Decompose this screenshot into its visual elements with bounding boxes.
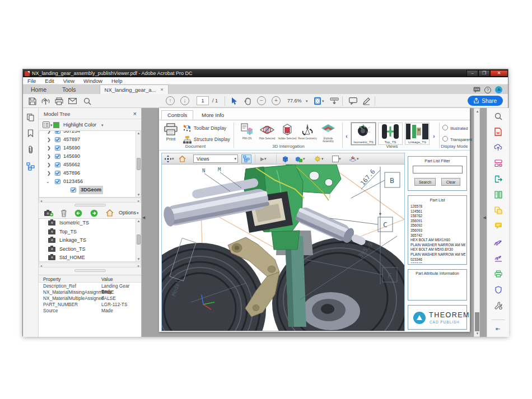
highlight-color-label[interactable]: Highlight Color [63,122,96,128]
print-icon[interactable] [54,96,64,106]
organize-pages-icon[interactable] [493,190,503,199]
pencil-edit-icon[interactable] [361,96,372,106]
share-button[interactable]: Share [468,96,503,106]
email-icon[interactable] [67,96,78,106]
tree-item[interactable]: ❯457897 [39,135,141,144]
viewer-model-tree-toggle-icon[interactable] [241,154,251,163]
close-button[interactable]: ✕ [490,70,508,77]
maximize-button[interactable]: ❐ [478,70,490,77]
radio-transparent-label[interactable]: Transparent [450,137,472,142]
tab-controls[interactable]: Controls [161,110,193,120]
views-vertical-scrollbar[interactable]: ▲▼ [136,219,141,261]
menu-help[interactable]: Help [107,78,127,84]
more-tools-icon[interactable] [493,301,503,310]
tree-item-selected[interactable]: 3DGeom [39,186,141,194]
panel-splitter[interactable] [39,203,141,208]
next-view-icon[interactable] [90,209,98,217]
rotate-tool-icon[interactable]: ▾ [164,154,174,163]
export-pdf-icon[interactable] [493,158,503,168]
toolbar-display-label[interactable]: Toolbar Display [194,125,226,131]
toolbar-display-icon[interactable] [183,124,192,132]
menu-edit[interactable]: Edit [40,78,58,84]
view-thumb-top[interactable]: Top_TS [378,123,403,145]
tree-vertical-scrollbar[interactable]: ▲▼ [136,131,141,197]
tab-document[interactable]: NX_landing_gear_a... × [100,85,169,94]
property-row[interactable]: SourceMade [39,307,141,313]
share-file-icon[interactable] [493,174,503,184]
collapse-left-panel-icon[interactable]: ◀ [142,215,145,220]
view-thumb-isometric[interactable]: Isometric_TS [351,123,376,145]
viewer-home-icon[interactable] [179,154,186,163]
minimize-button[interactable]: – [466,70,478,77]
views-horizontal-scrollbar[interactable]: ◂▸ [39,262,141,267]
3d-model-scene[interactable]: B C F N M 167.6 395.9 Model [162,165,404,331]
cloud-upload-icon[interactable] [40,96,51,106]
scrolling-mode-icon[interactable] [329,96,339,106]
view-row[interactable]: Linkage_TS [39,236,141,245]
lighting-icon[interactable]: ▾ [314,154,324,163]
account-avatar[interactable] [495,86,502,93]
combine-files-icon[interactable] [493,205,503,215]
create-pdf-icon[interactable] [493,127,503,137]
create-view-icon[interactable] [44,209,54,217]
property-row[interactable]: PART_NUMBERLGR-112-TS [39,301,141,307]
view-row[interactable]: Std_HOME [39,254,141,262]
edit-pdf-icon[interactable] [493,143,503,152]
clear-button[interactable]: Clear [441,178,460,186]
page-number-input[interactable]: 1 [197,96,209,105]
play-animation-icon[interactable]: ▶▾ [260,154,266,163]
tree-item[interactable]: ❯145690 [39,144,141,152]
radio-transparent[interactable] [442,136,448,142]
view-thumb-linkage[interactable]: Linkage_TS [405,123,430,145]
close-tab-icon[interactable]: × [160,87,163,92]
view-row[interactable]: Section_TS [39,245,141,254]
isolate-selected-button[interactable]: Isolate Selected [278,123,297,140]
search-icon[interactable] [82,96,92,106]
search-button[interactable]: Search [414,178,436,186]
menu-view[interactable]: View [59,78,79,84]
property-row[interactable]: Description_RefLanding Gear Body [39,283,141,289]
property-row[interactable]: NX_MaterialMultipleAssignedFALSE [39,295,141,301]
menu-window[interactable]: Window [79,78,107,84]
zoom-in-icon[interactable]: + [272,96,281,105]
tree-options-caret-icon[interactable]: ▾ [50,123,53,128]
zoom-level-value[interactable]: 77.6% [287,98,302,104]
title-bar[interactable]: NX_landing_gear_assembly_publishViewer.p… [23,69,508,77]
view-row[interactable]: Top_TS [39,228,141,237]
hand-tool-icon[interactable] [242,96,253,106]
highlight-color-swatch[interactable] [53,122,59,128]
views-options-label[interactable]: Options [119,210,136,215]
menu-file[interactable]: File [23,78,40,84]
document-vertical-scrollbar[interactable]: ▲ ▼ [474,108,480,337]
print-button[interactable]: Print [162,123,179,142]
print-production-icon[interactable] [493,269,503,279]
tree-options-icon[interactable] [43,121,50,128]
search-tools-icon[interactable] [493,111,503,121]
pmi-on-button[interactable]: PMI-ON [237,123,256,140]
fit-page-icon[interactable] [312,96,323,106]
next-page-icon[interactable]: ↓ [180,96,189,105]
panel-splitter[interactable] [39,269,141,273]
home-view-icon[interactable] [106,209,114,217]
views-options-caret-icon[interactable]: ▾ [137,211,139,215]
fill-sign-icon[interactable] [493,238,503,247]
bookmarks-icon[interactable] [26,128,35,138]
views-scroll-left-icon[interactable]: ‹ [346,133,348,139]
view-row[interactable]: Isometric_TS [39,219,141,228]
tree-item[interactable]: ❯455662 [39,161,141,169]
request-signatures-icon[interactable] [493,254,503,263]
tab-more-info[interactable]: More Info [196,110,230,120]
zoom-out-icon[interactable]: − [257,96,266,105]
part-list-items[interactable]: 126578 124561 158762 356091 356092 35609… [410,204,465,263]
reset-geometry-button[interactable]: Reset Geometry [298,123,317,140]
protect-icon[interactable] [493,285,503,294]
tree-item[interactable]: ❯367234 [39,130,141,135]
collapse-right-pane-icon[interactable]: ◀ [483,215,486,220]
structure-display-label[interactable]: Structure Display [194,137,230,142]
tree-item[interactable]: ❯145690 [39,152,141,161]
background-color-icon[interactable]: ▾ [332,154,341,163]
radio-illustrated-label[interactable]: Illustrated [450,126,468,131]
fit-dropdown-caret-icon[interactable]: ▾ [322,99,324,104]
highlight-color-caret-icon[interactable]: ▾ [101,123,104,128]
3d-viewer[interactable]: ▾ Views▾ ▶▾ ▾ [161,153,405,331]
